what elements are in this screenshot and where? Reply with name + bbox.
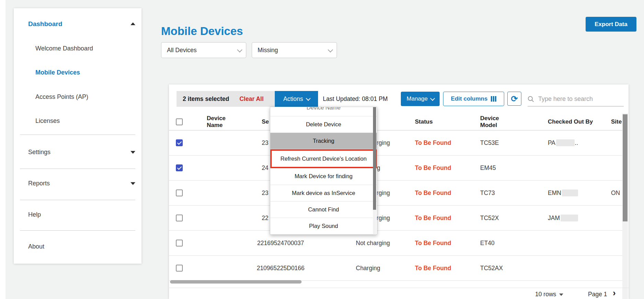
edit-columns-button[interactable]: Edit columns (443, 92, 504, 106)
charging-cell: Charging (320, 265, 382, 272)
table-horizontal-scrollbar[interactable] (170, 280, 302, 284)
refresh-button[interactable]: ⟳ (507, 92, 521, 106)
menu-item-play-sound[interactable]: Play Sound (270, 218, 377, 234)
serial-cell: 210965225D0166 (241, 265, 320, 272)
redaction-bar (556, 139, 575, 146)
menu-item-mark-for-finding[interactable]: Mark Device for finding (270, 168, 377, 185)
rows-per-page-select[interactable]: 10 rows (535, 289, 563, 299)
scrollbar-thumb[interactable] (623, 114, 628, 221)
sidebar: Dashboard Welcome Dashboard Mobile Devic… (14, 8, 142, 264)
table-vertical-scrollbar[interactable] (622, 113, 628, 299)
select-all-checkbox[interactable] (176, 118, 183, 125)
chevron-down-icon (559, 294, 563, 296)
selected-count-label: 2 items selected (183, 95, 229, 103)
status-filter-value: Missing (258, 47, 278, 54)
redaction-bar (562, 189, 578, 196)
redaction-bar (561, 215, 578, 221)
row-checkbox[interactable] (176, 164, 183, 171)
sidebar-divider (20, 230, 135, 231)
menu-item-refresh-location[interactable]: Refresh Current Device's Location (270, 149, 377, 168)
sidebar-divider (20, 169, 135, 169)
actions-dropdown-menu: Device Name Delete Device Tracking Refre… (270, 107, 377, 235)
actions-button[interactable]: Actions (275, 91, 318, 107)
model-cell: TC53E (447, 139, 515, 147)
table-row: 23 Not charging To Be Found TC53E PA .. (169, 130, 622, 156)
menu-scrollbar[interactable] (373, 107, 376, 234)
row-checkbox[interactable] (176, 265, 183, 272)
site-cell: ON (578, 189, 622, 197)
table-row: 24 Charging To Be Found EM45 (169, 156, 622, 181)
row-checkbox[interactable] (176, 215, 183, 221)
device-filter-select[interactable]: All Devices (161, 42, 246, 58)
model-cell: ET40 (447, 240, 515, 247)
checked-out-cell: EMN (515, 189, 578, 197)
row-checkbox[interactable] (176, 240, 183, 246)
chevron-right-icon[interactable]: › (613, 288, 616, 298)
table-body: 23 Not charging To Be Found TC53E PA .. … (169, 130, 622, 281)
chevron-down-icon (430, 96, 435, 101)
column-header-checked-out-by[interactable]: Checked Out By (515, 118, 578, 125)
model-cell: EM45 (447, 164, 515, 172)
chevron-down-icon (306, 96, 311, 101)
menu-item-delete-device[interactable]: Delete Device (270, 116, 377, 133)
device-filter-value: All Devices (167, 47, 197, 54)
pagination-divider (169, 288, 629, 288)
sidebar-divider (20, 135, 135, 135)
page-title: Mobile Devices (161, 25, 243, 38)
last-updated-label: Last Updated: 08:01 PM (323, 91, 388, 107)
sidebar-divider (20, 200, 135, 200)
serial-cell: 22169524700037 (241, 240, 320, 247)
clear-all-button[interactable]: Clear All (239, 95, 263, 103)
search-input[interactable] (538, 95, 618, 103)
caret-down-icon[interactable] (131, 151, 135, 154)
column-header-site[interactable]: Site (578, 118, 622, 125)
search-icon (528, 96, 534, 102)
table-row: 23 Not charging To Be Found TC73 EMN ON (169, 181, 622, 206)
export-data-button[interactable]: Export Data (586, 17, 636, 32)
model-cell: TC73 (447, 189, 515, 197)
status-cell: To Be Found (382, 240, 447, 247)
status-cell: To Be Found (382, 139, 447, 147)
chevron-down-icon (328, 47, 333, 53)
status-cell: To Be Found (382, 215, 447, 222)
row-checkbox[interactable] (176, 139, 183, 146)
selection-toolbar: 2 items selected Clear All Actions (177, 91, 318, 107)
table-header-row: Device Name Se Status Device Model Check… (169, 113, 622, 130)
page-number-label: Page 1 (588, 289, 607, 299)
menu-item-partial[interactable]: Device Name (270, 107, 377, 116)
checked-out-cell: PA .. (515, 139, 578, 147)
column-header-device-name[interactable]: Device Name (190, 115, 241, 129)
menu-section-tracking: Tracking (270, 133, 377, 149)
chevron-down-icon (237, 47, 242, 53)
caret-down-icon[interactable] (131, 182, 135, 185)
row-checkbox[interactable] (176, 189, 183, 196)
column-header-device-model[interactable]: Device Model (447, 115, 515, 129)
manage-button[interactable]: Manage (401, 92, 440, 106)
status-cell: To Be Found (382, 265, 447, 272)
menu-item-mark-inservice[interactable]: Mark device as InService (270, 185, 377, 202)
charging-cell: Not charging (320, 240, 382, 247)
status-cell: To Be Found (382, 189, 447, 197)
table-row: 22169524700037 Not charging To Be Found … (169, 231, 622, 256)
model-cell: TC52AX (447, 265, 515, 272)
table-row: 22 Not charging To Be Found TC52X JAM (169, 206, 622, 231)
model-cell: TC52X (447, 215, 515, 222)
status-cell: To Be Found (382, 164, 447, 172)
devices-table-card: 2 items selected Clear All Actions Last … (169, 84, 629, 299)
status-filter-select[interactable]: Missing (252, 42, 337, 58)
menu-item-cannot-find[interactable]: Cannot Find (270, 202, 377, 218)
caret-up-icon[interactable] (131, 22, 135, 25)
table-row: 210965225D0166 Charging To Be Found TC52… (169, 256, 622, 281)
checked-out-cell: JAM (515, 215, 578, 222)
search-box (528, 92, 624, 106)
scrollbar-thumb[interactable] (373, 107, 376, 210)
column-header-status[interactable]: Status (382, 118, 447, 125)
columns-icon (491, 96, 496, 102)
